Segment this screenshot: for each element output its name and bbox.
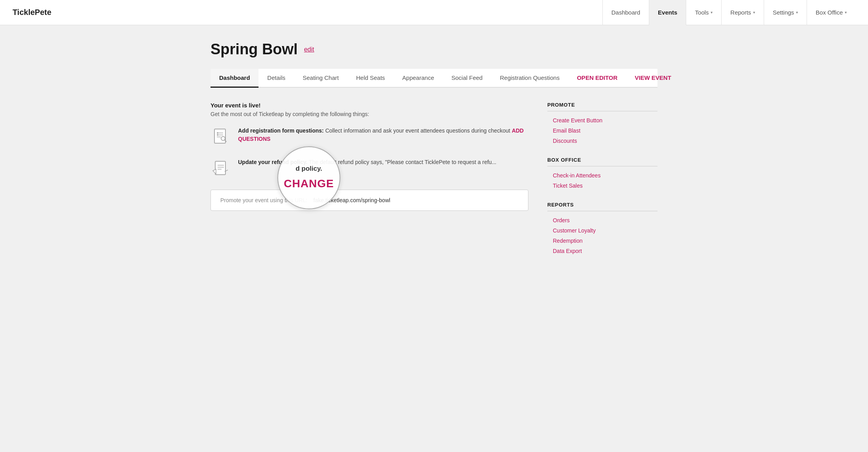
sidebar-promote-section: PROMOTE Create Event Button Email Blast …	[547, 102, 657, 146]
sidebar-link-ticket-sales[interactable]: Ticket Sales	[547, 181, 657, 191]
task-registration-bold: Add registration form questions:	[238, 127, 324, 134]
sidebar-column: PROMOTE Create Event Button Email Blast …	[547, 102, 657, 267]
svg-point-4	[217, 132, 218, 134]
nav-item-reports[interactable]: Reports ▾	[721, 0, 764, 25]
nav-item-boxoffice[interactable]: Box Office ▾	[807, 0, 855, 25]
nav-item-dashboard[interactable]: Dashboard	[602, 0, 649, 25]
svg-point-5	[217, 134, 218, 136]
url-box-url: fake.ticketleap.com/spring-bowl	[314, 197, 390, 203]
open-editor-button[interactable]: OPEN EDITOR	[568, 69, 626, 88]
boxoffice-caret-icon: ▾	[845, 10, 847, 15]
task-registration: Add registration form questions: Collect…	[211, 127, 528, 147]
nav-item-settings[interactable]: Settings ▾	[764, 0, 807, 25]
tab-dashboard[interactable]: Dashboard	[211, 69, 259, 88]
sidebar-link-checkin[interactable]: Check-in Attendees	[547, 170, 657, 181]
tab-seating-chart[interactable]: Seating Chart	[294, 69, 347, 88]
task-registration-text: Add registration form questions: Collect…	[238, 127, 528, 143]
sidebar-link-email-blast[interactable]: Email Blast	[547, 125, 657, 136]
tools-caret-icon: ▾	[711, 10, 713, 15]
logo: TicklePete	[13, 8, 52, 17]
svg-point-6	[221, 137, 225, 140]
page-title: Spring Bowl	[211, 41, 298, 58]
tab-registration-questions[interactable]: Registration Questions	[491, 69, 568, 88]
settings-caret-icon: ▾	[796, 10, 798, 15]
sidebar-boxoffice-title: BOX OFFICE	[547, 157, 657, 166]
svg-rect-7	[215, 161, 225, 175]
top-nav: TicklePete Dashboard Events Tools ▾ Repo…	[0, 0, 868, 25]
main-column: Your event is live! Get the most out of …	[211, 102, 528, 267]
task-refund-bold: Update your refund policy.	[238, 159, 307, 165]
sidebar-link-discounts[interactable]: Discounts	[547, 136, 657, 146]
sidebar-reports-section: REPORTS Orders Customer Loyalty Redempti…	[547, 202, 657, 256]
refund-icon	[211, 158, 231, 179]
sidebar-link-orders[interactable]: Orders	[547, 215, 657, 225]
live-heading: Your event is live!	[211, 102, 528, 109]
sidebar-promote-title: PROMOTE	[547, 102, 657, 111]
reports-caret-icon: ▾	[753, 10, 755, 15]
sidebar-link-redemption[interactable]: Redemption	[547, 236, 657, 246]
tab-appearance[interactable]: Appearance	[393, 69, 443, 88]
sidebar-reports-title: REPORTS	[547, 202, 657, 211]
nav-item-events[interactable]: Events	[649, 0, 686, 25]
edit-link[interactable]: edit	[304, 46, 314, 53]
main-layout: Your event is live! Get the most out of …	[211, 102, 657, 267]
tab-held-seats[interactable]: Held Seats	[347, 69, 393, 88]
nav-item-tools[interactable]: Tools ▾	[686, 0, 721, 25]
task-refund: Update your refund policy. The default r…	[211, 158, 528, 179]
page-content: Spring Bowl edit Dashboard Details Seati…	[198, 25, 670, 283]
sidebar-link-create-event-button[interactable]: Create Event Button	[547, 115, 657, 125]
live-sub: Get the most out of Ticketleap by comple…	[211, 111, 528, 117]
sidebar-link-customer-loyalty[interactable]: Customer Loyalty	[547, 225, 657, 236]
sidebar-boxoffice-section: BOX OFFICE Check-in Attendees Ticket Sal…	[547, 157, 657, 191]
sidebar-link-data-export[interactable]: Data Export	[547, 246, 657, 256]
event-tabs: Dashboard Details Seating Chart Held Sea…	[211, 69, 657, 88]
task-refund-text: Update your refund policy. The default r…	[238, 158, 497, 166]
page-title-row: Spring Bowl edit	[211, 41, 657, 58]
url-box: Promote your event using this URL: fake.…	[211, 190, 528, 211]
registration-icon	[211, 127, 231, 147]
nav-items: Dashboard Events Tools ▾ Reports ▾ Setti…	[602, 0, 855, 25]
tab-details[interactable]: Details	[259, 69, 294, 88]
url-box-label: Promote your event using this URL:	[220, 197, 307, 203]
svg-rect-0	[214, 129, 225, 143]
view-event-button[interactable]: VIEW EVENT	[626, 69, 680, 88]
magnifier-top-text: d policy.	[295, 164, 322, 174]
tab-social-feed[interactable]: Social Feed	[443, 69, 491, 88]
